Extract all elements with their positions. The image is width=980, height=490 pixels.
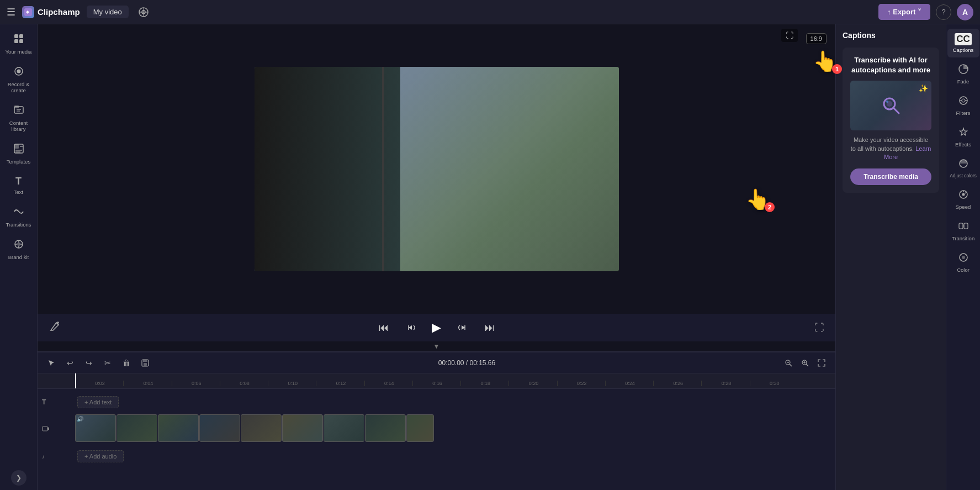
sidebar-item-content-library[interactable]: Content library	[2, 100, 36, 136]
rt-color[interactable]: Color	[947, 248, 979, 277]
zoom-out-button[interactable]	[781, 356, 796, 370]
hamburger-menu[interactable]: ☰	[7, 6, 15, 18]
clip-thumb[interactable]	[324, 414, 364, 442]
svg-line-32	[790, 364, 792, 366]
sidebar-item-templates[interactable]: Templates	[2, 139, 36, 169]
add-audio-button[interactable]: + Add audio	[77, 450, 124, 462]
audio-track-row: ♪ + Add audio	[38, 446, 835, 466]
timeline-collapse-row: ▼	[38, 341, 835, 352]
captions-rt-icon: CC	[955, 33, 972, 45]
timeline-collapse-button[interactable]: ▼	[433, 343, 440, 350]
ruler-mark: 0:26	[653, 381, 701, 386]
video-track-content[interactable]: 🔊	[75, 414, 835, 444]
filters-icon	[958, 96, 968, 108]
rt-fade[interactable]: Fade	[947, 60, 979, 89]
skip-to-end-button[interactable]: ⏭	[481, 319, 499, 336]
clip-thumb[interactable]	[365, 414, 406, 442]
ruler-mark: 0:16	[412, 381, 460, 386]
sidebar-item-your-media[interactable]: Your media	[2, 29, 36, 59]
select-tool[interactable]	[44, 356, 59, 370]
sidebar-item-brand-kit[interactable]: Brand kit	[2, 234, 36, 265]
ruler-mark: 0:10	[268, 381, 316, 386]
rt-captions[interactable]: CC Captions	[947, 29, 979, 57]
clip-thumb[interactable]	[282, 414, 323, 442]
rt-captions-label: Captions	[953, 47, 974, 53]
cut-tool[interactable]: ✂	[100, 356, 115, 370]
sidebar-item-text[interactable]: T Text	[2, 171, 36, 199]
fade-icon	[958, 64, 968, 77]
save-tool[interactable]	[138, 356, 152, 370]
forward-button[interactable]	[454, 319, 472, 336]
timeline-area: ↩ ↪ ✂ 🗑 00:00.00 / 00:15.66	[38, 352, 835, 490]
svg-point-10	[17, 70, 20, 73]
redo-button[interactable]: ↪	[82, 356, 96, 370]
fit-timeline-button[interactable]	[814, 356, 829, 370]
search-magnify-icon	[880, 94, 902, 117]
skip-to-start-button[interactable]: ⏮	[375, 319, 393, 336]
svg-line-52	[965, 192, 966, 193]
video-title[interactable]: My video	[87, 6, 129, 18]
text-track-icon: T	[42, 398, 46, 406]
captions-panel: Captions Transcribe with AI for autocapt…	[835, 24, 946, 490]
sidebar-collapse-button[interactable]: ❯	[11, 470, 27, 486]
playhead[interactable]	[75, 373, 76, 388]
center-area: 16:9 ⛶	[38, 24, 835, 490]
video-preview	[255, 67, 619, 271]
clip-thumb[interactable]	[199, 414, 240, 442]
rt-speed[interactable]: Speed	[947, 185, 979, 214]
svg-rect-53	[959, 223, 963, 229]
export-button[interactable]: ↑ Export ˅	[878, 4, 930, 20]
clip-thumb[interactable]	[158, 414, 199, 442]
clip-thumb[interactable]	[406, 414, 434, 442]
video-track-row: 🔊	[38, 413, 835, 445]
rt-effects[interactable]: Effects	[947, 123, 979, 152]
help-button[interactable]: ?	[936, 4, 951, 20]
text-track-row: T + Add text	[38, 392, 835, 412]
video-preview-inner	[255, 67, 619, 271]
rt-filters[interactable]: Filters	[947, 91, 979, 120]
rt-adjust-colors[interactable]: Adjust colors	[947, 154, 979, 183]
transcribe-media-button[interactable]: Transcribe media	[850, 168, 931, 185]
undo-button[interactable]: ↩	[63, 356, 77, 370]
rt-transition[interactable]: Transition	[947, 217, 979, 246]
clip-thumb[interactable]	[241, 414, 282, 442]
user-avatar[interactable]: A	[957, 4, 973, 20]
topbar: ☰ Clipchamp My video ↑ Export ˅ ? A	[0, 0, 980, 24]
rewind-button[interactable]	[401, 319, 419, 336]
logo-icon	[22, 6, 34, 18]
right-toolbar: CC Captions Fade Filte	[946, 24, 980, 490]
play-button[interactable]: ▶	[428, 319, 446, 336]
add-text-button[interactable]: + Add text	[77, 396, 119, 408]
text-track-label: T	[38, 398, 75, 406]
left-sidebar: Your media Record & create Content lib	[0, 24, 38, 490]
brand-kit-icon	[13, 239, 24, 252]
delete-tool[interactable]: 🗑	[119, 356, 134, 370]
templates-icon	[13, 143, 24, 157]
clip-thumb[interactable]: 🔊	[75, 414, 116, 442]
app-name: Clipchamp	[38, 7, 80, 17]
sidebar-label-your-media: Your media	[6, 49, 32, 55]
ai-sparkle-icon: ✨	[919, 84, 928, 93]
ruler-marks: 0:02 0:04 0:06 0:08 0:10 0:12 0:14 0:16 …	[75, 381, 798, 386]
zoom-in-button[interactable]	[798, 356, 812, 370]
share-icon[interactable]	[135, 4, 152, 20]
adjust-colors-icon	[958, 159, 968, 171]
sidebar-item-record-create[interactable]: Record & create	[2, 61, 36, 98]
captions-panel-title: Captions	[843, 31, 939, 40]
svg-rect-8	[19, 39, 23, 43]
sidebar-item-transitions[interactable]: Transitions	[2, 202, 36, 232]
rt-color-label: Color	[957, 267, 970, 273]
magic-wand-button[interactable]	[49, 320, 61, 335]
aspect-ratio-badge: 16:9	[806, 33, 827, 44]
text-track-content: + Add text	[75, 394, 835, 410]
ruler-mark: 0:14	[364, 381, 412, 386]
fullscreen-button[interactable]: ⛶	[781, 29, 798, 42]
ruler-mark: 0:02	[75, 381, 123, 386]
rt-speed-label: Speed	[956, 204, 971, 210]
clip-thumb[interactable]	[116, 414, 157, 442]
svg-rect-12	[14, 106, 19, 108]
svg-line-40	[893, 108, 899, 113]
svg-rect-29	[143, 360, 147, 362]
fullscreen-icon[interactable]: ⛶	[814, 322, 824, 334]
audio-track-label: ♪	[38, 454, 75, 460]
